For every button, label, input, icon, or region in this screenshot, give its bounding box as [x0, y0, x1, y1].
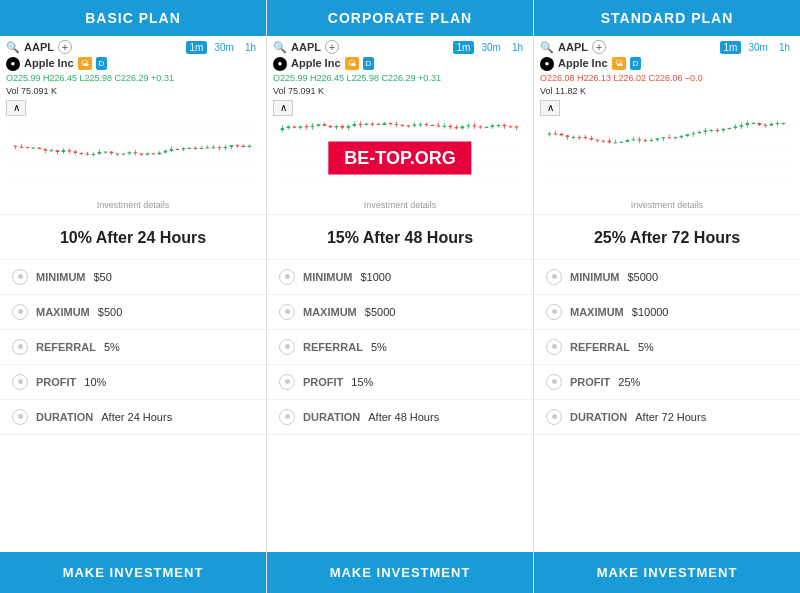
svg-rect-44 [128, 152, 132, 153]
profit-section-basic: 10% After 24 Hours [0, 215, 266, 260]
svg-rect-22 [62, 150, 66, 152]
svg-rect-145 [443, 125, 447, 126]
collapse-btn-basic[interactable]: ∧ [6, 100, 26, 116]
stock-prices-standard: O226.08 H226.13 L226.02 C226.06 –0.0 [540, 72, 794, 85]
svg-rect-12 [32, 147, 36, 148]
svg-rect-204 [632, 139, 636, 140]
svg-rect-18 [50, 150, 54, 151]
svg-rect-16 [44, 149, 48, 151]
svg-rect-80 [236, 145, 240, 146]
svg-rect-95 [293, 126, 297, 127]
svg-rect-46 [134, 152, 138, 153]
svg-rect-186 [578, 136, 582, 137]
svg-rect-244 [752, 123, 756, 124]
detail-icon-0-corporate [279, 269, 295, 285]
svg-rect-151 [461, 126, 465, 128]
svg-rect-242 [746, 123, 750, 125]
sun-badge-basic: 🌤 [78, 57, 92, 70]
svg-rect-169 [515, 126, 519, 127]
svg-rect-202 [626, 140, 630, 142]
tf-btn-30m-corporate[interactable]: 30m [477, 41, 504, 54]
svg-rect-38 [110, 151, 114, 153]
detail-icon-4-basic [12, 409, 28, 425]
svg-rect-222 [686, 134, 690, 136]
plans-container: BASIC PLAN 🔍 AAPL + 1m30m1h ● Apple Inc … [0, 0, 800, 593]
search-icon-standard: 🔍 [540, 41, 554, 54]
detail-row-1-basic: MAXIMUM $500 [0, 295, 266, 330]
sun-badge-standard: 🌤 [612, 57, 626, 70]
svg-rect-196 [608, 140, 612, 142]
chart-label-standard: Investment details [540, 200, 794, 214]
svg-rect-147 [449, 125, 453, 126]
detail-value-1-standard: $10000 [632, 306, 669, 318]
tf-btn-1m-basic[interactable]: 1m [186, 41, 208, 54]
tf-btn-1h-corporate[interactable]: 1h [508, 41, 527, 54]
tf-btn-1m-corporate[interactable]: 1m [453, 41, 475, 54]
svg-rect-133 [407, 125, 411, 126]
svg-rect-129 [395, 124, 399, 125]
svg-rect-82 [242, 145, 246, 146]
add-symbol-button-standard[interactable]: + [592, 40, 606, 54]
collapse-btn-standard[interactable]: ∧ [540, 100, 560, 116]
svg-rect-184 [572, 136, 576, 137]
tf-btn-30m-basic[interactable]: 30m [210, 41, 237, 54]
detail-key-0-basic: MINIMUM [36, 271, 86, 283]
add-symbol-button-corporate[interactable]: + [325, 40, 339, 54]
detail-value-4-corporate: After 48 Hours [368, 411, 439, 423]
svg-rect-121 [371, 123, 375, 124]
svg-rect-218 [674, 137, 678, 138]
svg-rect-137 [419, 124, 423, 125]
detail-row-4-standard: DURATION After 72 Hours [534, 400, 800, 435]
svg-rect-107 [329, 125, 333, 127]
svg-rect-24 [68, 150, 72, 151]
invest-button-corporate[interactable]: MAKE INVESTMENT [267, 552, 533, 593]
detail-key-2-corporate: REFERRAL [303, 341, 363, 353]
svg-rect-36 [104, 151, 108, 152]
svg-rect-34 [98, 152, 102, 154]
tf-btn-30m-standard[interactable]: 30m [744, 41, 771, 54]
svg-rect-238 [734, 126, 738, 127]
svg-rect-153 [467, 125, 471, 126]
svg-rect-250 [770, 123, 774, 125]
stock-logo-basic: ● [6, 57, 20, 71]
profit-section-corporate: 15% After 48 Hours [267, 215, 533, 260]
invest-button-standard[interactable]: MAKE INVESTMENT [534, 552, 800, 593]
tf-btn-1m-standard[interactable]: 1m [720, 41, 742, 54]
svg-rect-117 [359, 124, 363, 125]
detail-icon-1-corporate [279, 304, 295, 320]
stock-name-corporate: Apple Inc [291, 56, 341, 71]
invest-button-basic[interactable]: MAKE INVESTMENT [0, 552, 266, 593]
detail-value-3-basic: 10% [84, 376, 106, 388]
svg-rect-70 [206, 147, 210, 148]
svg-rect-68 [200, 148, 204, 149]
collapse-btn-corporate[interactable]: ∧ [273, 100, 293, 116]
plan-card-corporate: CORPORATE PLAN 🔍 AAPL + 1m30m1h ● Apple … [267, 0, 534, 593]
chart-area-basic: 🔍 AAPL + 1m30m1h ● Apple Inc 🌤 D O225.99… [0, 36, 266, 215]
chart-label-basic: Investment details [6, 200, 260, 214]
svg-rect-101 [311, 125, 315, 126]
detail-key-1-standard: MAXIMUM [570, 306, 624, 318]
svg-rect-109 [335, 126, 339, 127]
detail-icon-3-corporate [279, 374, 295, 390]
svg-rect-54 [158, 152, 162, 154]
detail-value-2-corporate: 5% [371, 341, 387, 353]
svg-rect-84 [248, 145, 252, 146]
detail-icon-2-basic [12, 339, 28, 355]
detail-row-3-corporate: PROFIT 15% [267, 365, 533, 400]
chart-toolbar-corporate: 🔍 AAPL + 1m30m1h [273, 40, 527, 54]
add-symbol-button-basic[interactable]: + [58, 40, 72, 54]
detail-key-4-corporate: DURATION [303, 411, 360, 423]
detail-key-1-basic: MAXIMUM [36, 306, 90, 318]
svg-rect-28 [80, 153, 84, 154]
tf-btn-1h-basic[interactable]: 1h [241, 41, 260, 54]
svg-rect-198 [614, 142, 618, 143]
detail-value-2-standard: 5% [638, 341, 654, 353]
svg-rect-228 [704, 130, 708, 131]
d-badge-basic: D [96, 57, 108, 70]
detail-row-1-corporate: MAXIMUM $5000 [267, 295, 533, 330]
detail-row-0-basic: MINIMUM $50 [0, 260, 266, 295]
tf-btn-1h-standard[interactable]: 1h [775, 41, 794, 54]
svg-rect-188 [584, 136, 588, 137]
ticker-basic: AAPL [24, 41, 54, 53]
svg-rect-234 [722, 128, 726, 129]
